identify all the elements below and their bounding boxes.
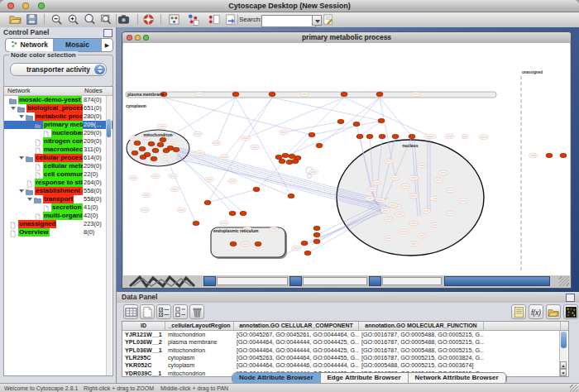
network-node[interactable] (275, 155, 282, 159)
table-row[interactable]: YLR295Ccytoplasm[GO:0045263, GO:0044464,… (122, 354, 568, 361)
tree-row-secretion[interactable]: secretion41(0) (4, 203, 112, 212)
attribute-matrix-button[interactable] (563, 304, 578, 319)
network-node[interactable] (282, 153, 289, 157)
network-node[interactable] (366, 134, 373, 138)
network-node[interactable] (139, 146, 146, 151)
network-node[interactable] (313, 232, 320, 237)
network-node[interactable] (204, 200, 211, 204)
tree-row-establishment-of-lo[interactable]: establishment of lo558(0) (4, 187, 112, 195)
network-node[interactable] (193, 221, 199, 225)
search-input[interactable] (261, 15, 316, 27)
tree-scrollbar[interactable] (106, 96, 112, 375)
vizmapper-icon[interactable] (187, 13, 200, 26)
tree-row-macromolecule[interactable]: macromolecule311(0) (4, 146, 112, 154)
tab-mosaic[interactable]: Mosaic (54, 39, 102, 51)
mac-title-bar[interactable]: Cytoscape Desktop (New Session) (0, 0, 579, 12)
network-node[interactable] (356, 134, 363, 138)
plasma-membrane-region[interactable] (126, 92, 496, 98)
network-node[interactable] (378, 118, 385, 122)
squished-window-titlebar[interactable] (290, 276, 302, 286)
squished-window-titlebar[interactable] (369, 276, 381, 286)
table-row[interactable]: YPL036W__1mitochondrion[GO:0044464, GO:0… (122, 347, 568, 354)
squished-window-titlebar[interactable] (203, 276, 216, 286)
network-node[interactable] (304, 251, 311, 255)
advanced-search-button[interactable] (322, 13, 335, 26)
annotation-icon[interactable] (224, 13, 237, 26)
window-resize-grip[interactable] (559, 276, 569, 286)
network-node[interactable] (255, 241, 261, 246)
network-node[interactable] (229, 211, 236, 215)
tree-row-response-to-stimulu[interactable]: response to stimulu264(0) (4, 179, 112, 187)
network-node[interactable] (313, 239, 320, 243)
network-node[interactable] (269, 92, 275, 96)
tree-row-biological-process[interactable]: biological_process651(0) (4, 104, 112, 112)
expander-icon[interactable] (19, 189, 24, 193)
tab-overflow-arrow[interactable]: ▶ (102, 39, 112, 51)
float-panel-icon[interactable] (103, 29, 112, 37)
squished-window-titlebar[interactable] (444, 276, 550, 286)
tree-row-metabolic-process[interactable]: metabolic process280(0) (4, 112, 112, 121)
app-resize-grip[interactable] (570, 385, 578, 392)
network-node[interactable] (134, 141, 141, 145)
tree-row-cellular-metabo[interactable]: cellular metabo209(0) (4, 162, 112, 170)
float-data-panel-icon[interactable] (566, 294, 575, 302)
network-node[interactable] (301, 241, 308, 245)
network-node[interactable] (392, 134, 399, 138)
network-node[interactable] (379, 134, 385, 138)
tab-network[interactable]: Network (6, 39, 54, 51)
network-node[interactable] (337, 119, 344, 123)
zoom-fit-icon[interactable] (100, 13, 113, 26)
table-scroll-thumb[interactable] (561, 332, 567, 348)
network-node[interactable] (253, 187, 260, 191)
table-row[interactable]: YJR121W__1mitochondrion[GO:0045267, GO:0… (122, 331, 568, 338)
expander-icon[interactable] (19, 115, 24, 118)
network-node[interactable] (353, 122, 360, 126)
tree-row-unassigned[interactable]: unassigned223(0) (4, 220, 112, 228)
table-row[interactable]: YKR052Ccytoplasm[GO:0044464, GO:0044446,… (122, 361, 568, 369)
expander-icon[interactable] (19, 156, 24, 160)
network-node[interactable] (151, 156, 157, 160)
tree-row-nucleobase[interactable]: nucleobase-209(0) (4, 129, 112, 137)
attribute-table-button[interactable] (123, 304, 138, 319)
network-node[interactable] (409, 134, 415, 138)
tree-row-cellular-process[interactable]: cellular process614(0) (4, 154, 112, 162)
node-color-dropdown[interactable]: transporter activity (10, 63, 107, 76)
network-node[interactable] (230, 241, 237, 246)
snapshot-icon[interactable] (117, 13, 131, 26)
network-node[interactable] (157, 142, 164, 146)
delete-attribute-button[interactable] (189, 304, 204, 319)
tree-row-mosaic-demo-yeast[interactable]: mosaic-demo-yeast874(0) (4, 96, 112, 104)
scroll-down-button[interactable]: ▼ (560, 369, 567, 376)
network-doc-icon[interactable] (208, 13, 221, 26)
network-node[interactable] (232, 92, 239, 96)
network-node[interactable] (173, 147, 179, 151)
tree-header[interactable]: Network Nodes (4, 87, 112, 96)
data-panel-titlebar[interactable]: Data Panel (117, 292, 579, 304)
network-node[interactable] (316, 143, 323, 147)
column-header[interactable]: _cellularLayoutRegion (165, 322, 234, 330)
network-node[interactable] (560, 153, 567, 157)
select-attributes-button[interactable] (156, 304, 171, 319)
open-file-icon[interactable] (9, 13, 22, 26)
tree-scroll-thumb[interactable] (107, 119, 111, 137)
network-node[interactable] (148, 141, 155, 146)
network-node[interactable] (376, 92, 383, 96)
dropdown-stepper-icon[interactable] (94, 65, 105, 74)
network-node[interactable] (152, 148, 159, 152)
column-header[interactable]: annotation.GO CELLULAR_COMPONENT (234, 322, 359, 330)
report-button[interactable] (511, 304, 526, 319)
zoom-selected-icon[interactable] (84, 13, 97, 26)
search-dropdown-arrow[interactable] (312, 15, 322, 26)
tree-row-cell-communicat[interactable]: cell communicat22(0) (4, 170, 112, 179)
network-view-window[interactable]: primary metabolic process plasma membran… (122, 31, 572, 289)
expander-icon[interactable] (11, 107, 16, 110)
zoom-out-icon[interactable] (50, 13, 64, 26)
tree-row-nitrogen-compo[interactable]: nitrogen compo209(0) (4, 137, 112, 146)
function-builder-button[interactable]: f(x) (529, 304, 543, 319)
new-attribute-button[interactable] (140, 304, 155, 319)
tree-row-primary-metabo[interactable]: primary metabo209(... (4, 121, 112, 129)
table-row[interactable]: YPL036W__2plasma membrane[GO:0044464, GO… (122, 338, 568, 346)
network-node[interactable] (546, 153, 553, 157)
import-attributes-button[interactable] (546, 304, 561, 319)
network-node[interactable] (341, 92, 347, 96)
